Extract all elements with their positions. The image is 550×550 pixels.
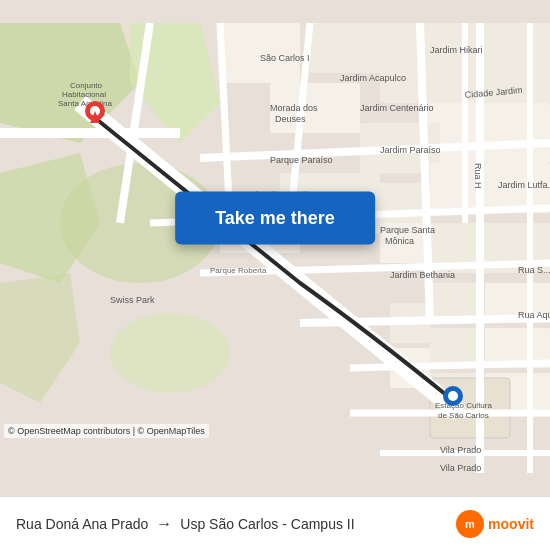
origin-label: Rua Doná Ana Prado bbox=[16, 516, 148, 532]
destination-label: Usp São Carlos - Campus II bbox=[180, 516, 354, 532]
svg-text:Deuses: Deuses bbox=[275, 114, 306, 124]
take-me-there-button[interactable]: Take me there bbox=[175, 192, 375, 245]
svg-text:Morada dos: Morada dos bbox=[270, 103, 318, 113]
svg-text:Estação Cultura: Estação Cultura bbox=[435, 401, 492, 410]
app: Jardim Acapulco São Carlos I Jardim Hika… bbox=[0, 0, 550, 550]
svg-text:Parque Roberta: Parque Roberta bbox=[210, 266, 267, 275]
svg-text:Jardim Acapulco: Jardim Acapulco bbox=[340, 73, 406, 83]
svg-point-6 bbox=[110, 313, 230, 393]
moovit-icon: m bbox=[456, 510, 484, 538]
svg-text:Jardim Paraíso: Jardim Paraíso bbox=[380, 145, 441, 155]
svg-line-35 bbox=[350, 363, 550, 368]
svg-text:m: m bbox=[465, 518, 475, 530]
map-attribution: © OpenStreetMap contributors | © OpenMap… bbox=[4, 424, 209, 438]
svg-text:Parque Santa: Parque Santa bbox=[380, 225, 435, 235]
bottom-bar: Rua Doná Ana Prado → Usp São Carlos - Ca… bbox=[0, 496, 550, 550]
map-container: Jardim Acapulco São Carlos I Jardim Hika… bbox=[0, 0, 550, 496]
svg-text:Jardim Centenário: Jardim Centenário bbox=[360, 103, 434, 113]
svg-text:Jardim Hikari: Jardim Hikari bbox=[430, 45, 483, 55]
svg-line-34 bbox=[300, 318, 550, 323]
map-background: Jardim Acapulco São Carlos I Jardim Hika… bbox=[0, 0, 550, 496]
svg-text:Habitacional: Habitacional bbox=[62, 90, 106, 99]
svg-text:Jardim Lutfa...: Jardim Lutfa... bbox=[498, 180, 550, 190]
moovit-logo: m moovit bbox=[456, 510, 534, 538]
svg-text:Vila Prado: Vila Prado bbox=[440, 445, 481, 455]
svg-text:Jardim Bethania: Jardim Bethania bbox=[390, 270, 455, 280]
svg-text:Rua S...: Rua S... bbox=[518, 265, 550, 275]
svg-text:Vila Prado: Vila Prado bbox=[440, 463, 481, 473]
svg-text:São Carlos I: São Carlos I bbox=[260, 53, 310, 63]
svg-text:Parque Paraíso: Parque Paraíso bbox=[270, 155, 333, 165]
svg-text:de São Carlos: de São Carlos bbox=[438, 411, 489, 420]
moovit-wordmark: moovit bbox=[488, 516, 534, 532]
svg-text:Conjunto: Conjunto bbox=[70, 81, 103, 90]
svg-text:Swiss Park: Swiss Park bbox=[110, 295, 155, 305]
svg-text:Santa Angelina: Santa Angelina bbox=[58, 99, 112, 108]
arrow-icon: → bbox=[156, 515, 172, 533]
svg-text:Rua Aquidaba...: Rua Aquidaba... bbox=[518, 310, 550, 320]
svg-text:Rua H: Rua H bbox=[473, 163, 483, 189]
svg-point-76 bbox=[448, 391, 458, 401]
svg-text:Mônica: Mônica bbox=[385, 236, 414, 246]
